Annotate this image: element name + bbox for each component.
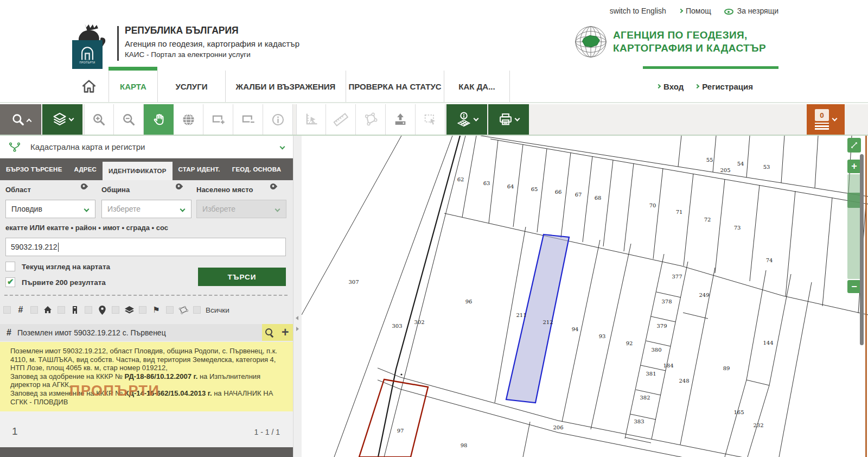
info-tool-button[interactable]: [263, 104, 293, 135]
filter-checkbox-all[interactable]: [193, 306, 201, 314]
nav-tab-proverka[interactable]: ПРОВЕРКА НА СТАТУС: [346, 71, 444, 102]
zoom-slider-handle[interactable]: [847, 193, 861, 208]
tab-quick-search[interactable]: БЪРЗО ТЪРСЕНЕ: [0, 158, 68, 180]
checkbox-checked[interactable]: [5, 277, 15, 287]
obshtina-select[interactable]: Изберете: [101, 200, 192, 218]
zoom-to-result-button[interactable]: [262, 324, 278, 341]
login-link[interactable]: Вход: [657, 82, 684, 91]
agency-logo-line1: АГЕНЦИЯ ПО ГЕОДЕЗИЯ,: [613, 29, 766, 42]
tab-geodetic-basis[interactable]: ГЕОД. ОСНОВА: [226, 158, 288, 180]
parcel-label-206: 206: [553, 424, 563, 430]
filter-checkbox[interactable]: [139, 306, 146, 314]
filter-checkbox[interactable]: [166, 306, 174, 314]
current-view-checkbox-row[interactable]: Текущ изглед на картата: [5, 262, 110, 271]
register-link[interactable]: Регистрация: [695, 82, 753, 91]
upload-button[interactable]: [386, 104, 416, 135]
parcel-label-307: 307: [348, 279, 359, 285]
approval-order-number: РД-18-86/10.12.2007 г.: [125, 372, 198, 380]
home-button[interactable]: [69, 71, 108, 102]
road-boundary-thick: [378, 136, 460, 457]
page-number[interactable]: 1: [12, 426, 18, 437]
selected-parcel-212[interactable]: [506, 234, 569, 403]
full-extent-button[interactable]: [847, 138, 861, 153]
parcel-label-63: 63: [483, 180, 490, 186]
checkbox-unchecked[interactable]: [5, 262, 15, 271]
pan-tool-button[interactable]: [144, 104, 174, 135]
parcel-label-67: 67: [575, 192, 582, 198]
nav-tab-karta[interactable]: КАРТА: [108, 71, 157, 102]
zoom-out-icon: [122, 112, 136, 127]
map-toolbar: 0: [0, 104, 868, 136]
parcel-label-248: 248: [679, 378, 689, 384]
globe-icon: [181, 112, 196, 127]
result-row[interactable]: Поземлен имот 59032.19.212 с. Първенец: [0, 324, 293, 341]
map-canvas[interactable]: 6263646566676870717273745554532053073033…: [302, 136, 868, 457]
nav-tab-uslugi[interactable]: УСЛУГИ: [157, 71, 225, 102]
parcel-label-74: 74: [766, 257, 773, 263]
tab-identifier[interactable]: ИДЕНТИФИКАТОР: [103, 162, 173, 180]
parcel-label-97: 97: [397, 428, 404, 434]
panel-collapse-strip[interactable]: [293, 136, 302, 457]
switch-language-link[interactable]: switch to English: [610, 7, 666, 15]
parcel-label-54: 54: [737, 161, 744, 167]
oblast-select[interactable]: Пловдив: [5, 200, 95, 218]
nav-tab-kak-da[interactable]: КАК ДА...: [444, 71, 510, 102]
box-zoom-in-button[interactable]: [203, 104, 233, 135]
identify-layers-button[interactable]: [446, 104, 487, 135]
parcel-label-211: 211: [516, 312, 526, 318]
parcel-label-96: 96: [465, 299, 473, 304]
parcel-label-383: 383: [634, 418, 644, 424]
search-icon: [265, 328, 274, 337]
zoom-in-button[interactable]: [84, 104, 114, 135]
map-zoom-in-button[interactable]: +: [847, 160, 861, 173]
chevron-right-icon: [695, 84, 699, 88]
map-scrollbar[interactable]: [860, 154, 864, 345]
measure-coordinates-button[interactable]: [296, 104, 326, 135]
polygon-area-icon: [363, 112, 378, 127]
add-result-button[interactable]: [278, 324, 293, 341]
zoom-slider-track[interactable]: [847, 174, 861, 279]
info-icon: [271, 112, 285, 127]
measure-area-button[interactable]: [356, 104, 386, 135]
search-button[interactable]: ТЪРСИ: [198, 268, 286, 286]
header-divider: [117, 26, 119, 61]
ekatte-hint-label: екатте ИЛИ екатте • район • имот • сград…: [5, 224, 168, 232]
filter-checkbox[interactable]: [58, 306, 65, 314]
agency-subtitle: Агенция по геодезия, картография и кадас…: [125, 39, 299, 48]
top-utility-bar: switch to English Помощ За незрящи: [0, 0, 868, 20]
select-box-button[interactable]: [416, 104, 445, 135]
layers-button[interactable]: [42, 104, 82, 135]
box-zoom-out-button[interactable]: [233, 104, 263, 135]
layer-selector[interactable]: Кадастрална карта и регистри: [0, 136, 293, 158]
filter-checkbox[interactable]: [85, 306, 92, 314]
flagged-parcel-97[interactable]: [359, 379, 428, 457]
result-type-filters: Всички: [3, 302, 290, 318]
identifier-input[interactable]: 59032.19.212: [5, 238, 286, 256]
tab-old-identifier[interactable]: СТАР ИДЕНТ.: [173, 158, 226, 180]
orders-cart-button[interactable]: 0: [807, 104, 845, 135]
filter-checkbox[interactable]: [112, 306, 119, 314]
parcel-label-53: 53: [763, 164, 770, 170]
nav-tab-zhalbi[interactable]: ЖАЛБИ И ВЪЗРАЖЕНИЯ: [225, 71, 346, 102]
world-extent-button[interactable]: [174, 104, 203, 135]
parcel-label-232: 232: [753, 422, 763, 428]
filter-checkbox[interactable]: [3, 306, 11, 314]
accessibility-link[interactable]: За незрящи: [724, 7, 778, 15]
active-tab-indicator: [108, 67, 157, 71]
first-200-checkbox-row[interactable]: Първите 200 резултата: [5, 277, 106, 287]
parcel-label-66: 66: [555, 189, 562, 195]
measure-distance-button[interactable]: [326, 104, 356, 135]
print-button[interactable]: [488, 104, 529, 135]
map-zoom-out-button[interactable]: −: [847, 280, 861, 293]
search-tool-button[interactable]: [0, 104, 41, 135]
branch-icon: [9, 142, 21, 152]
filter-checkbox[interactable]: [30, 306, 38, 314]
help-link[interactable]: Помощ: [679, 7, 711, 15]
parcel-label-303: 303: [392, 323, 402, 329]
diagonal-arrows-icon: [850, 141, 858, 149]
chevron-down-icon: [180, 207, 186, 212]
zoom-out-button[interactable]: [114, 104, 144, 135]
select-box-icon: [423, 112, 438, 127]
chevron-down-icon: [84, 207, 90, 212]
tab-address[interactable]: АДРЕС: [68, 158, 103, 180]
